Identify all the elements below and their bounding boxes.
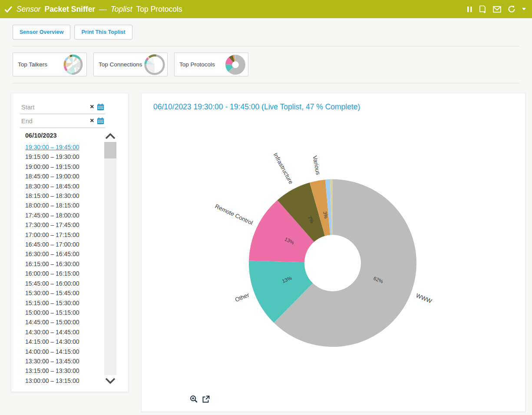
start-date-field-row: ✕ — [20, 100, 105, 114]
time-range-item[interactable]: 15:15:00 – 15:30:00 — [25, 298, 103, 308]
tab-label: Top Connections — [99, 61, 142, 68]
time-range-item[interactable]: 16:30:00 – 16:45:00 — [25, 249, 103, 259]
tab-label: Top Talkers — [18, 61, 47, 68]
time-range-item[interactable]: 14:45:00 – 15:00:00 — [25, 317, 103, 327]
time-range-item[interactable]: 16:45:00 – 17:00:00 — [25, 240, 103, 249]
action-buttons-row: Sensor Overview Print This Toplist — [0, 18, 532, 46]
header-toolbar — [467, 5, 526, 13]
clear-start-icon[interactable]: ✕ — [90, 104, 94, 110]
breadcrumb-separator: — — [99, 5, 107, 14]
scroll-down-icon[interactable] — [105, 375, 116, 386]
time-range-list-area: 06/10/2023 19:30:00 – 19:45:0019:15:00 –… — [20, 131, 128, 386]
sensor-overview-button[interactable]: Sensor Overview — [13, 25, 70, 40]
top-header-bar: Sensor Packet Sniffer — Toplist Top Prot… — [0, 0, 532, 18]
time-range-item[interactable]: 16:00:00 – 16:15:00 — [25, 269, 103, 278]
breadcrumb-toplist-label: Toplist — [111, 5, 132, 14]
clear-end-icon[interactable]: ✕ — [90, 118, 94, 124]
time-range-item[interactable]: 14:00:00 – 14:15:00 — [25, 347, 103, 356]
add-report-icon[interactable] — [479, 5, 487, 13]
time-range-item[interactable]: 14:15:00 – 14:30:00 — [25, 337, 103, 346]
time-range-item[interactable]: 19:00:00 – 19:15:00 — [25, 162, 103, 171]
time-range-item[interactable]: 19:15:00 – 19:30:00 — [25, 152, 103, 161]
zoom-in-icon[interactable] — [190, 395, 198, 403]
time-range-item[interactable]: 18:00:00 – 18:15:00 — [25, 201, 103, 210]
time-range-item[interactable]: 18:30:00 – 18:45:00 — [25, 181, 103, 191]
toplist-chart-card: 06/10/2023 19:30:00 - 19:45:00 (Live Top… — [141, 93, 525, 412]
slice-name-label: Remote Control — [214, 203, 254, 226]
time-range-item[interactable]: 17:00:00 – 17:15:00 — [25, 230, 103, 240]
caret-down-icon[interactable] — [522, 8, 526, 10]
refresh-icon[interactable] — [507, 5, 516, 13]
tab-top-connections[interactable]: Top Connections — [93, 53, 168, 76]
protocols-donut-chart: 62%WWW13%Other13%Remote Control7%Infrast… — [142, 93, 525, 412]
email-icon[interactable] — [493, 6, 501, 13]
time-range-item[interactable]: 17:45:00 – 18:00:00 — [25, 211, 103, 220]
breadcrumb-toplist-name: Top Protocols — [136, 5, 182, 14]
slice-name-label: Infrastructure — [272, 152, 294, 185]
calendar-icon[interactable] — [97, 103, 104, 111]
slice-name-label: WWW — [415, 292, 433, 304]
time-range-item[interactable]: 16:15:00 – 16:30:00 — [25, 259, 103, 269]
start-date-input[interactable] — [21, 104, 87, 111]
end-date-field-row: ✕ — [20, 114, 105, 128]
calendar-icon[interactable] — [97, 117, 104, 125]
end-date-input[interactable] — [21, 118, 87, 125]
ring-chart-icon — [144, 54, 165, 76]
open-external-icon[interactable] — [202, 395, 210, 403]
time-range-item[interactable]: 18:45:00 – 19:00:00 — [25, 171, 103, 181]
chord-diagram-icon — [63, 54, 85, 76]
slice-name-label: Various — [311, 155, 321, 175]
donut-chart-icon — [225, 54, 246, 76]
print-toplist-button[interactable]: Print This Toplist — [74, 25, 132, 40]
sensor-ok-check-icon — [4, 5, 13, 13]
time-range-item[interactable]: 13:15:00 – 13:30:00 — [25, 366, 103, 375]
time-range-list: 06/10/2023 19:30:00 – 19:45:0019:15:00 –… — [20, 131, 103, 386]
chart-title: 06/10/2023 19:30:00 - 19:45:00 (Live Top… — [142, 93, 525, 112]
breadcrumb: Sensor Packet Sniffer — Toplist Top Prot… — [17, 5, 182, 14]
time-range-item[interactable]: 13:00:00 – 13:15:00 — [25, 376, 103, 385]
time-range-item[interactable]: 14:30:00 – 14:45:00 — [25, 327, 103, 337]
breadcrumb-sensor-name: Packet Sniffer — [44, 5, 95, 14]
time-range-item[interactable]: 15:00:00 – 15:15:00 — [25, 308, 103, 317]
slice-name-label: Other — [234, 292, 250, 303]
time-range-item[interactable]: 15:30:00 – 15:45:00 — [25, 288, 103, 298]
pause-icon[interactable] — [467, 6, 473, 13]
tab-top-talkers[interactable]: Top Talkers — [13, 53, 87, 76]
time-range-item[interactable]: 17:30:00 – 17:45:00 — [25, 220, 103, 230]
time-range-item[interactable]: 13:30:00 – 13:45:00 — [25, 356, 103, 366]
toplist-sidebar: ✕ ✕ 06/10/2023 19:30:00 – 19:45:0019:15:… — [11, 93, 129, 392]
time-range-item[interactable]: 19:30:00 – 19:45:00 — [25, 142, 103, 152]
time-range-item[interactable]: 15:45:00 – 16:00:00 — [25, 279, 103, 288]
scroll-up-icon[interactable] — [105, 131, 116, 142]
tab-label: Top Protocols — [179, 61, 215, 68]
list-scrollbar — [103, 131, 118, 386]
chart-footer-toolbar — [190, 395, 210, 403]
scrollbar-track[interactable] — [104, 142, 116, 375]
tab-top-protocols[interactable]: Top Protocols — [174, 53, 248, 76]
main-content: ✕ ✕ 06/10/2023 19:30:00 – 19:45:0019:15:… — [0, 83, 532, 412]
time-range-item[interactable]: 18:15:00 – 18:30:00 — [25, 191, 103, 201]
date-header: 06/10/2023 — [25, 131, 103, 140]
breadcrumb-sensor-label: Sensor — [17, 5, 40, 14]
toplist-tabs: Top Talkers Top Connections — [0, 46, 532, 83]
scrollbar-thumb[interactable] — [104, 142, 116, 158]
